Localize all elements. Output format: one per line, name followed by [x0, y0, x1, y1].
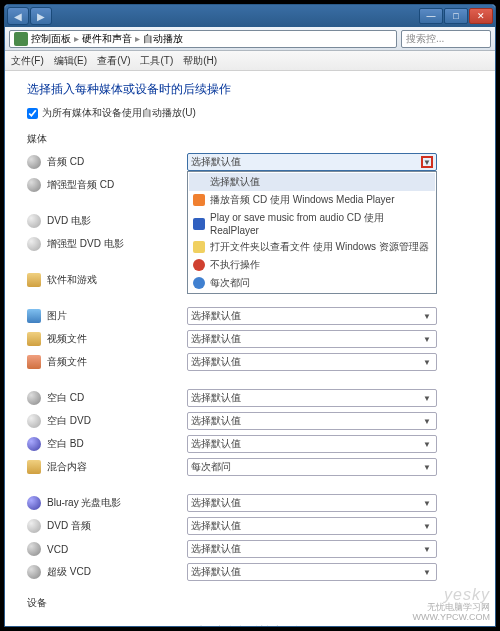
media-label-text: 空白 BD [47, 437, 84, 451]
media-label-text: 增强型 DVD 电影 [47, 237, 124, 251]
combobox-value: 选择默认值 [191, 414, 241, 428]
wmp-icon [193, 194, 205, 206]
dropdown-option[interactable]: 每次都问 [189, 274, 435, 292]
dropdown-option[interactable]: Play or save music from audio CD 使用 Real… [189, 209, 435, 238]
dropdown-option[interactable]: 打开文件夹以查看文件 使用 Windows 资源管理器 [189, 238, 435, 256]
media-label: 空白 DVD [27, 414, 187, 428]
menu-view[interactable]: 查看(V) [97, 54, 130, 68]
media-label-text: 视频文件 [47, 332, 87, 346]
media-row: 音频文件选择默认值▼ [27, 352, 473, 372]
combobox-value: 选择默认值 [191, 355, 241, 369]
cd-icon [27, 391, 41, 405]
cd-icon [27, 542, 41, 556]
menu-file[interactable]: 文件(F) [11, 54, 44, 68]
media-row: 超级 VCD选择默认值▼ [27, 562, 473, 582]
rp-icon [193, 218, 205, 230]
maximize-button[interactable]: □ [444, 8, 468, 24]
dropdown-option[interactable]: 选择默认值 [189, 173, 435, 191]
menu-help[interactable]: 帮助(H) [183, 54, 217, 68]
media-label: 空白 BD [27, 437, 187, 451]
media-action-combobox[interactable]: 选择默认值▼ [187, 494, 437, 512]
chevron-down-icon: ▼ [421, 310, 433, 322]
dvd-icon [27, 237, 41, 251]
media-action-combobox[interactable]: 选择默认值▼ [187, 412, 437, 430]
media-action-combobox[interactable]: 选择默认值▼ [187, 540, 437, 558]
media-row: 视频文件选择默认值▼ [27, 329, 473, 349]
section-media-label: 媒体 [27, 132, 473, 146]
media-action-combobox[interactable]: 选择默认值▼ [187, 389, 437, 407]
media-row: DVD 音频选择默认值▼ [27, 516, 473, 536]
menu-tools[interactable]: 工具(T) [140, 54, 173, 68]
media-label: 软件和游戏 [27, 273, 187, 287]
use-autoplay-checkbox-row[interactable]: 为所有媒体和设备使用自动播放(U) [27, 106, 473, 120]
control-panel-window: ◀ ▶ — □ ✕ 控制面板 ▸ 硬件和声音 ▸ 自动播放 搜索控... 文件(… [4, 4, 496, 627]
breadcrumb-root[interactable]: 控制面板 [31, 32, 71, 46]
breadcrumb-level2[interactable]: 自动播放 [143, 32, 183, 46]
breadcrumb[interactable]: 控制面板 ▸ 硬件和声音 ▸ 自动播放 [9, 30, 397, 48]
media-label-text: VCD [47, 544, 68, 555]
dvd-icon [27, 414, 41, 428]
media-action-combobox[interactable]: 选择默认值▼ [187, 307, 437, 325]
close-button[interactable]: ✕ [469, 8, 493, 24]
media-label: 图片 [27, 309, 187, 323]
dropdown-option-label: 打开文件夹以查看文件 使用 Windows 资源管理器 [210, 240, 429, 254]
media-label-text: DVD 电影 [47, 214, 91, 228]
nav-forward-button[interactable]: ▶ [30, 7, 52, 25]
dvd-icon [27, 519, 41, 533]
media-label: 音频 CD [27, 155, 187, 169]
combobox-value: 选择默认值 [191, 496, 241, 510]
media-action-combobox[interactable]: 选择默认值▼ [187, 517, 437, 535]
ask-icon [193, 277, 205, 289]
media-action-combobox[interactable]: 选择默认值▼ [187, 353, 437, 371]
media-label: DVD 音频 [27, 519, 187, 533]
combobox-value: 选择默认值 [191, 542, 241, 556]
chevron-right-icon: ▸ [74, 33, 79, 44]
combobox-value: 选择默认值 [191, 309, 241, 323]
media-label: VCD [27, 542, 187, 556]
media-row: 空白 CD选择默认值▼ [27, 388, 473, 408]
dropdown-option-label: 播放音频 CD 使用 Windows Media Player [210, 193, 394, 207]
combobox-value: 选择默认值 [191, 391, 241, 405]
media-label-text: 增强型音频 CD [47, 178, 114, 192]
chevron-down-icon: ▼ [421, 497, 433, 509]
minimize-button[interactable]: — [419, 8, 443, 24]
folder-icon [27, 460, 41, 474]
media-action-combobox[interactable]: 选择默认值▼ [187, 330, 437, 348]
media-action-combobox[interactable]: 选择默认值▼ [187, 435, 437, 453]
titlebar: ◀ ▶ — □ ✕ [5, 5, 495, 27]
media-label-text: DVD 音频 [47, 519, 91, 533]
chevron-down-icon: ▼ [421, 356, 433, 368]
media-list: 音频 CD选择默认值▼选择默认值播放音频 CD 使用 Windows Media… [27, 152, 473, 582]
chevron-right-icon: ▸ [135, 33, 140, 44]
bd-icon [27, 437, 41, 451]
media-action-combobox[interactable]: 选择默认值▼选择默认值播放音频 CD 使用 Windows Media Play… [187, 153, 437, 171]
media-action-combobox[interactable]: 选择默认值▼ [187, 563, 437, 581]
combobox-value: 选择默认值 [191, 332, 241, 346]
dropdown-option[interactable]: 不执行操作 [189, 256, 435, 274]
folder-icon [27, 273, 41, 287]
media-label: 音频文件 [27, 355, 187, 369]
chevron-down-icon: ▼ [421, 156, 433, 168]
media-label-text: 软件和游戏 [47, 273, 97, 287]
content-area: 选择插入每种媒体或设备时的后续操作 为所有媒体和设备使用自动播放(U) 媒体 音… [5, 71, 495, 626]
media-label-text: 空白 DVD [47, 414, 91, 428]
combobox-value: 选择默认值 [191, 437, 241, 451]
media-action-combobox[interactable]: 每次都问▼ [187, 458, 437, 476]
search-input[interactable]: 搜索控... [401, 30, 491, 48]
dropdown-option-label: 不执行操作 [210, 258, 260, 272]
media-row: 空白 DVD选择默认值▼ [27, 411, 473, 431]
use-autoplay-checkbox[interactable] [27, 108, 38, 119]
media-row: 音频 CD选择默认值▼选择默认值播放音频 CD 使用 Windows Media… [27, 152, 473, 172]
media-row: 图片选择默认值▼ [27, 306, 473, 326]
menu-edit[interactable]: 编辑(E) [54, 54, 87, 68]
media-label-text: 音频文件 [47, 355, 87, 369]
media-row: 混合内容每次都问▼ [27, 457, 473, 477]
chevron-down-icon: ▼ [421, 461, 433, 473]
breadcrumb-level1[interactable]: 硬件和声音 [82, 32, 132, 46]
media-label: 视频文件 [27, 332, 187, 346]
chevron-down-icon: ▼ [421, 566, 433, 578]
nav-back-button[interactable]: ◀ [7, 7, 29, 25]
media-label-text: 图片 [47, 309, 67, 323]
dropdown-option[interactable]: 播放音频 CD 使用 Windows Media Player [189, 191, 435, 209]
fld-icon [193, 241, 205, 253]
